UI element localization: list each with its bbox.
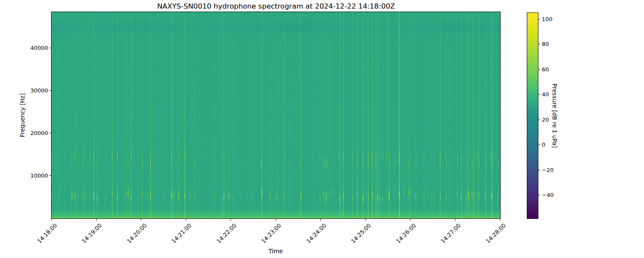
spectrogram-figure: NAXYS-SN0010 hydrophone spectrogram at 2… (0, 0, 644, 258)
x-tick-mark (141, 219, 141, 221)
x-tick-label: 14:22:00 (215, 222, 238, 245)
x-tick-label: 14:20:00 (125, 222, 149, 245)
colorbar-tick-mark (538, 69, 540, 70)
colorbar-tick-label: 40 (542, 91, 549, 98)
colorbar-tick-mark (538, 195, 540, 195)
x-tick-mark (231, 219, 231, 221)
x-tick-label: 14:19:00 (80, 222, 103, 245)
colorbar-tick-mark (538, 94, 540, 95)
y-tick-label: 30000 (30, 87, 48, 95)
colorbar-gradient (527, 13, 538, 218)
x-tick-mark (365, 219, 366, 221)
x-tick-label: 14:25:00 (349, 222, 373, 245)
y-tick-label: 10000 (30, 172, 48, 180)
chart-title: NAXYS-SN0010 hydrophone spectrogram at 2… (52, 2, 501, 10)
x-tick-mark (96, 219, 97, 221)
y-tick-mark (49, 90, 51, 91)
colorbar-tick-mark (538, 144, 540, 145)
spectrogram-heatmap (52, 12, 500, 218)
y-axis-label: Frequency [Hz] (19, 93, 26, 137)
x-axis-label: Time (268, 248, 283, 255)
x-tick-mark (500, 219, 500, 221)
y-tick-mark (49, 48, 51, 48)
x-tick-label: 14:24:00 (305, 222, 328, 245)
x-tick-label: 14:21:00 (170, 222, 193, 245)
y-tick-label: 40000 (30, 44, 48, 52)
plot-area (51, 12, 501, 219)
colorbar-tick-mark (538, 44, 540, 44)
colorbar (527, 12, 538, 219)
x-tick-mark (320, 219, 321, 221)
colorbar-label: Pressure [dB re 1 uPa] (551, 83, 558, 148)
colorbar-tick-label: 60 (542, 66, 549, 74)
y-tick-mark (49, 175, 51, 176)
x-tick-label: 14:27:00 (439, 222, 462, 245)
x-tick-label: 14:23:00 (260, 222, 283, 245)
colorbar-tick-label: 100 (542, 15, 553, 23)
x-tick-label: 14:26:00 (395, 222, 418, 245)
colorbar-tick-label: −20 (542, 166, 553, 174)
x-tick-mark (51, 219, 52, 221)
y-tick-mark (49, 133, 51, 133)
x-tick-label: 14:18:00 (36, 222, 59, 245)
x-tick-mark (410, 219, 410, 221)
colorbar-tick-label: 0 (542, 141, 545, 149)
x-tick-label: 14:28:00 (484, 222, 507, 245)
y-tick-label: 20000 (30, 129, 48, 137)
x-tick-mark (186, 219, 186, 221)
colorbar-tick-mark (538, 170, 540, 170)
colorbar-tick-label: −40 (542, 191, 553, 199)
x-tick-mark (455, 219, 456, 221)
colorbar-tick-label: 80 (542, 40, 549, 48)
colorbar-tick-mark (538, 19, 540, 19)
x-tick-mark (276, 219, 276, 221)
colorbar-tick-mark (538, 120, 540, 120)
colorbar-tick-label: 20 (542, 116, 549, 124)
